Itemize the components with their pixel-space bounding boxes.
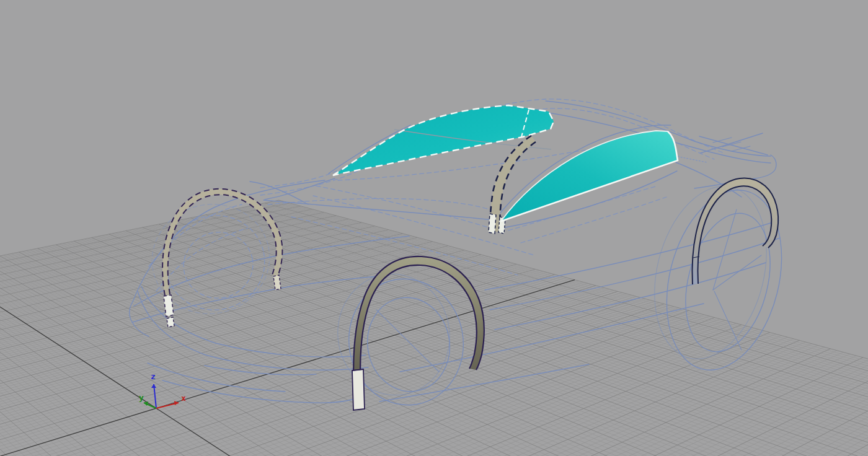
arch-end-cap[interactable] — [352, 369, 365, 410]
axis-label-z: z — [151, 372, 156, 381]
axis-label-x: x — [181, 393, 186, 403]
axis-label-y: y — [139, 393, 144, 402]
arch-end-cap[interactable] — [167, 317, 174, 327]
viewport-canvas[interactable]: z x y — [0, 0, 868, 456]
modeling-viewport[interactable]: z x y — [0, 0, 868, 456]
hoop-end-cap[interactable] — [489, 214, 496, 234]
